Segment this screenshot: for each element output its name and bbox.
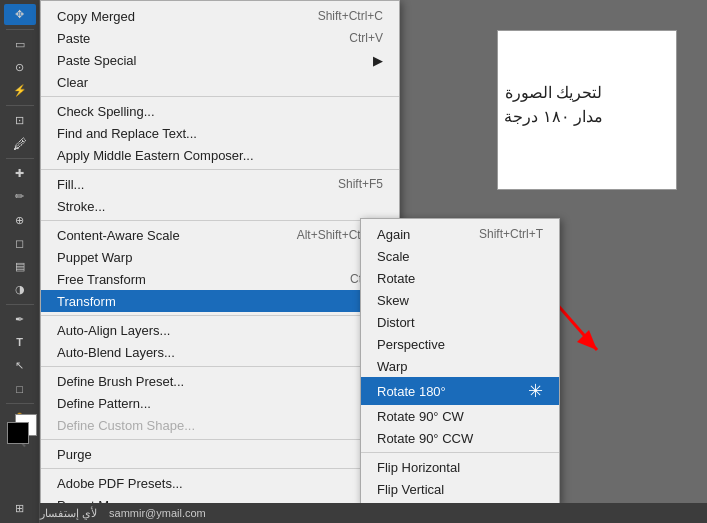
submenu-item-perspective[interactable]: Perspective — [361, 333, 559, 355]
menu-item-auto-align[interactable]: Auto-Align Layers... — [41, 319, 399, 341]
color-swatches[interactable] — [7, 414, 41, 446]
status-prompt: لأي إستفسار — [40, 507, 97, 520]
submenu-item-distort[interactable]: Distort — [361, 311, 559, 333]
shape-tool[interactable]: □ — [4, 378, 36, 399]
gradient-tool[interactable]: ▤ — [4, 256, 36, 277]
left-toolbar: ✥ ▭ ⊙ ⚡ ⊡ 🖉 ✚ ✏ ⊕ ◻ ▤ ◑ ✒ T ↖ □ ✋ 🔍 ⊞ — [0, 0, 40, 523]
menu-sep-7 — [41, 468, 399, 469]
foreground-color-swatch[interactable] — [7, 422, 29, 444]
menu-item-auto-blend[interactable]: Auto-Blend Layers... — [41, 341, 399, 363]
menu-item-apply-composer[interactable]: Apply Middle Eastern Composer... — [41, 144, 399, 166]
clone-tool[interactable]: ⊕ — [4, 210, 36, 231]
svg-marker-1 — [577, 330, 597, 350]
submenu-item-skew[interactable]: Skew — [361, 289, 559, 311]
menu-item-fill[interactable]: Fill... Shift+F5 — [41, 173, 399, 195]
menu-item-puppet-warp[interactable]: Puppet Warp — [41, 246, 399, 268]
submenu-item-scale[interactable]: Scale — [361, 245, 559, 267]
edit-menu: Copy Merged Shift+Ctrl+C Paste Ctrl+V Pa… — [40, 0, 400, 523]
quick-select-tool[interactable]: ⚡ — [4, 80, 36, 101]
menu-item-transform[interactable]: Transform ▶ — [41, 290, 399, 312]
status-bar: sammir@ymail.com لأي إستفسار — [40, 503, 707, 523]
menu-item-clear[interactable]: Clear — [41, 71, 399, 93]
menu-item-check-spelling[interactable]: Check Spelling... — [41, 100, 399, 122]
healing-tool[interactable]: ✚ — [4, 163, 36, 184]
type-tool[interactable]: T — [4, 332, 36, 353]
menu-item-copy-merged[interactable]: Copy Merged Shift+Ctrl+C — [41, 5, 399, 27]
brush-tool[interactable]: ✏ — [4, 186, 36, 207]
arabic-line-2: مدار ١٨٠ درجة — [476, 105, 631, 129]
white-canvas-box: لتحريك الصورة مدار ١٨٠ درجة — [497, 30, 677, 190]
submenu-item-rotate[interactable]: Rotate — [361, 267, 559, 289]
menu-item-free-transform[interactable]: Free Transform Ctrl+T — [41, 268, 399, 290]
menu-item-paste-special[interactable]: Paste Special ▶ — [41, 49, 399, 71]
tool-separator-5 — [6, 403, 34, 404]
move-tool[interactable]: ✥ — [4, 4, 36, 25]
menu-sep-4 — [41, 315, 399, 316]
submenu-item-again[interactable]: Again Shift+Ctrl+T — [361, 223, 559, 245]
submenu-item-rotate-90cw[interactable]: Rotate 90° CW — [361, 405, 559, 427]
path-selection-tool[interactable]: ↖ — [4, 355, 36, 376]
menu-sep-5 — [41, 366, 399, 367]
extra-tool[interactable]: ⊞ — [4, 498, 36, 519]
menu-item-find-replace[interactable]: Find and Replace Text... — [41, 122, 399, 144]
menu-sep-3 — [41, 220, 399, 221]
arabic-instruction-text: لتحريك الصورة مدار ١٨٠ درجة — [476, 81, 631, 129]
tool-separator-1 — [6, 29, 34, 30]
submenu-arrow: ▶ — [373, 53, 383, 68]
submenu-sep-1 — [361, 452, 559, 453]
menu-item-define-custom-shape[interactable]: Define Custom Shape... — [41, 414, 399, 436]
eyedropper-tool[interactable]: 🖉 — [4, 133, 36, 154]
menu-sep-6 — [41, 439, 399, 440]
status-email: sammir@ymail.com — [109, 507, 206, 519]
eraser-tool[interactable]: ◻ — [4, 233, 36, 254]
menu-item-purge[interactable]: Purge ▶ — [41, 443, 399, 465]
arabic-line-1: لتحريك الصورة — [476, 81, 631, 105]
menu-sep-2 — [41, 169, 399, 170]
rotate-cursor-icon: ✳ — [528, 380, 543, 402]
menu-item-paste[interactable]: Paste Ctrl+V — [41, 27, 399, 49]
submenu-item-rotate-180[interactable]: Rotate 180° ✳ — [361, 377, 559, 405]
lasso-tool[interactable]: ⊙ — [4, 57, 36, 78]
menu-item-define-pattern[interactable]: Define Pattern... — [41, 392, 399, 414]
tool-separator-2 — [6, 105, 34, 106]
menu-item-stroke[interactable]: Stroke... — [41, 195, 399, 217]
menu-sep-1 — [41, 96, 399, 97]
marquee-tool[interactable]: ▭ — [4, 34, 36, 55]
submenu-item-flip-horizontal[interactable]: Flip Horizontal — [361, 456, 559, 478]
dodge-tool[interactable]: ◑ — [4, 279, 36, 300]
menu-item-define-brush[interactable]: Define Brush Preset... — [41, 370, 399, 392]
crop-tool[interactable]: ⊡ — [4, 110, 36, 131]
menu-item-content-aware-scale[interactable]: Content-Aware Scale Alt+Shift+Ctrl+C — [41, 224, 399, 246]
pen-tool[interactable]: ✒ — [4, 309, 36, 330]
tool-separator-3 — [6, 158, 34, 159]
submenu-item-warp[interactable]: Warp — [361, 355, 559, 377]
tool-separator-4 — [6, 304, 34, 305]
submenu-item-rotate-90ccw[interactable]: Rotate 90° CCW — [361, 427, 559, 449]
submenu-item-flip-vertical[interactable]: Flip Vertical — [361, 478, 559, 500]
menu-item-pdf-presets[interactable]: Adobe PDF Presets... — [41, 472, 399, 494]
transform-submenu: Again Shift+Ctrl+T Scale Rotate Skew Dis… — [360, 218, 560, 505]
